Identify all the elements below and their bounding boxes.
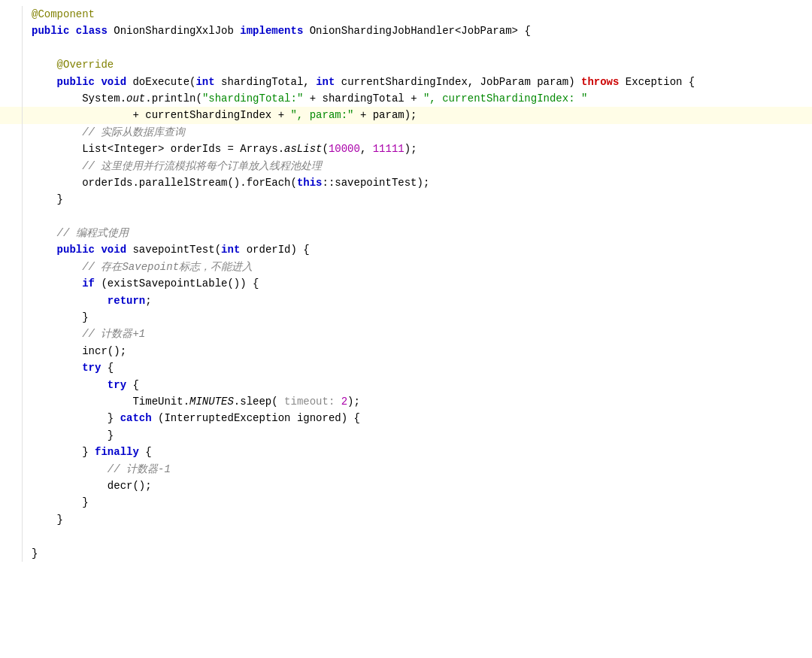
code-line: TimeUnit.MINUTES.sleep( timeout: 2); — [0, 393, 812, 410]
line-number — [0, 40, 23, 56]
code-line: @Component — [0, 6, 812, 23]
line-content: } finally { — [32, 444, 812, 460]
line-number — [0, 343, 23, 359]
line-content: return; — [32, 293, 812, 309]
code-line: } — [0, 191, 812, 208]
code-editor: @Component public class OnionShardingXxl… — [0, 0, 812, 568]
line-content: } — [32, 511, 812, 528]
line-number — [0, 528, 23, 544]
line-content: } — [32, 494, 812, 511]
line-number — [0, 107, 23, 123]
line-content: @Override — [32, 56, 812, 73]
line-number — [0, 241, 23, 258]
line-number — [0, 124, 23, 141]
line-content: } — [32, 309, 812, 326]
line-content: public class OnionShardingXxlJob impleme… — [32, 23, 812, 39]
code-line — [0, 40, 812, 56]
line-number — [0, 293, 23, 309]
line-content: public void doExecute(int shardingTotal,… — [32, 74, 812, 90]
line-content — [32, 40, 812, 56]
line-content: // 编程式使用 — [32, 225, 812, 241]
code-line: // 存在Savepoint标志，不能进入 — [0, 259, 812, 275]
line-content: System.out.println("shardingTotal:" + sh… — [32, 90, 812, 107]
line-content: try { — [32, 377, 812, 393]
line-number — [0, 309, 23, 326]
code-line — [0, 208, 812, 225]
code-line: if (existSavepointLable()) { — [0, 275, 812, 292]
line-number — [0, 393, 23, 410]
code-line: System.out.println("shardingTotal:" + sh… — [0, 90, 812, 107]
line-number — [0, 158, 23, 174]
line-number — [0, 225, 23, 241]
code-line: // 计数器+1 — [0, 326, 812, 342]
line-content: // 实际从数据库查询 — [32, 124, 812, 141]
code-line: } — [0, 511, 812, 528]
line-number — [0, 359, 23, 376]
line-content: @Component — [32, 6, 812, 23]
line-content: } — [32, 545, 812, 562]
line-number — [0, 410, 23, 426]
line-number — [0, 56, 23, 73]
code-line: } — [0, 427, 812, 444]
line-number — [0, 545, 23, 562]
line-number — [0, 6, 23, 23]
line-content: TimeUnit.MINUTES.sleep( timeout: 2); — [32, 393, 812, 410]
code-line: // 实际从数据库查询 — [0, 124, 812, 141]
line-number — [0, 326, 23, 342]
line-number — [0, 141, 23, 157]
line-content: } — [32, 427, 812, 444]
line-number — [0, 74, 23, 90]
line-number — [0, 259, 23, 275]
code-line: public void savepointTest(int orderId) { — [0, 241, 812, 258]
line-content: + currentShardingIndex + ", param:" + pa… — [32, 107, 812, 123]
line-content: incr(); — [32, 343, 812, 359]
line-number — [0, 208, 23, 225]
code-line: decr(); — [0, 478, 812, 494]
code-line: incr(); — [0, 343, 812, 359]
code-line: } — [0, 494, 812, 511]
line-number — [0, 90, 23, 107]
line-content: try { — [32, 359, 812, 376]
line-content: decr(); — [32, 478, 812, 494]
line-number — [0, 511, 23, 528]
code-line-highlighted: + currentShardingIndex + ", param:" + pa… — [0, 107, 812, 123]
line-content: orderIds.parallelStream().forEach(this::… — [32, 174, 812, 191]
code-line: orderIds.parallelStream().forEach(this::… — [0, 174, 812, 191]
line-content: List<Integer> orderIds = Arrays.asList(1… — [32, 141, 812, 157]
line-content: public void savepointTest(int orderId) { — [32, 241, 812, 258]
code-line: } — [0, 545, 812, 562]
line-content — [32, 528, 812, 544]
line-content: } — [32, 191, 812, 208]
code-line: return; — [0, 293, 812, 309]
line-number — [0, 494, 23, 511]
code-line: List<Integer> orderIds = Arrays.asList(1… — [0, 141, 812, 157]
line-content: // 这里使用并行流模拟将每个订单放入线程池处理 — [32, 158, 812, 174]
line-number — [0, 444, 23, 460]
line-number — [0, 275, 23, 292]
code-line — [0, 528, 812, 544]
line-content: // 计数器-1 — [32, 461, 812, 478]
code-line: public class OnionShardingXxlJob impleme… — [0, 23, 812, 39]
line-number — [0, 23, 23, 39]
line-number — [0, 377, 23, 393]
line-content: } catch (InterruptedException ignored) { — [32, 410, 812, 426]
code-line: try { — [0, 359, 812, 376]
line-number — [0, 461, 23, 478]
line-content: // 存在Savepoint标志，不能进入 — [32, 259, 812, 275]
code-line: try { — [0, 377, 812, 393]
code-line: // 这里使用并行流模拟将每个订单放入线程池处理 — [0, 158, 812, 174]
line-content — [32, 208, 812, 225]
code-line: } finally { — [0, 444, 812, 460]
code-line: } catch (InterruptedException ignored) { — [0, 410, 812, 426]
line-number — [0, 174, 23, 191]
line-number — [0, 427, 23, 444]
code-line: // 编程式使用 — [0, 225, 812, 241]
line-number — [0, 191, 23, 208]
code-line: public void doExecute(int shardingTotal,… — [0, 74, 812, 90]
code-line: } — [0, 309, 812, 326]
annotation: @Component — [32, 8, 95, 20]
line-content: if (existSavepointLable()) { — [32, 275, 812, 292]
line-number — [0, 478, 23, 494]
code-line: @Override — [0, 56, 812, 73]
code-line: // 计数器-1 — [0, 461, 812, 478]
